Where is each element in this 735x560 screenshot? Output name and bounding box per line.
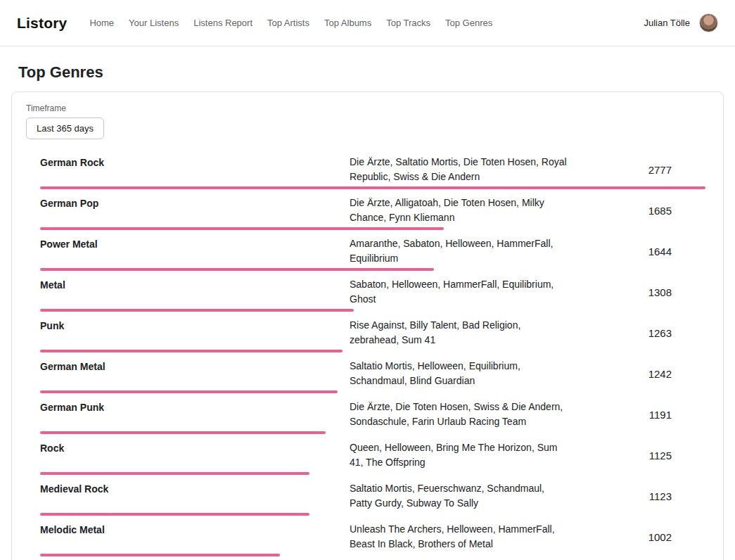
genre-name: Medieval Rock <box>40 481 350 497</box>
genre-count: 1308 <box>569 286 705 298</box>
genre-bar-track <box>40 554 705 556</box>
genre-count: 1242 <box>569 368 705 380</box>
genre-bar-fill <box>40 554 280 556</box>
genre-count: 1002 <box>569 531 705 543</box>
genre-bar-track <box>40 513 705 516</box>
genre-table: German Rock Die Ärzte, Saltatio Mortis, … <box>40 152 705 560</box>
genre-name: Power Metal <box>40 236 350 252</box>
genre-row: Melodic Metal Unleash The Archers, Hello… <box>40 519 705 560</box>
genre-row: Rock Queen, Helloween, Bring Me The Hori… <box>40 438 705 478</box>
genre-bar-track <box>40 350 705 352</box>
page-title: Top Genres <box>18 63 735 82</box>
nav-item-top-tracks[interactable]: Top Tracks <box>386 18 430 28</box>
genre-artists: Die Ärzte, Saltatio Mortis, Die Toten Ho… <box>350 155 569 184</box>
genre-artists: Amaranthe, Sabaton, Helloween, HammerFal… <box>350 236 569 266</box>
genre-name: Rock <box>40 440 350 456</box>
genre-bar-fill <box>40 309 354 312</box>
timeframe-label: Timeframe <box>26 103 705 113</box>
nav-item-top-artists[interactable]: Top Artists <box>267 18 309 28</box>
genre-count: 1191 <box>569 409 705 421</box>
genre-bar-fill <box>40 472 309 475</box>
genre-row: Medieval Rock Saltatio Mortis, Feuerschw… <box>40 478 705 519</box>
genre-name: Metal <box>40 277 350 293</box>
genre-bar-fill <box>40 268 434 271</box>
genre-row: Power Metal Amaranthe, Sabaton, Hellowee… <box>40 234 705 274</box>
genre-artists: Die Ärzte, Die Toten Hosen, Swiss & Die … <box>350 400 569 429</box>
top-navigation-bar: Listory Home Your Listens Listens Report… <box>0 0 735 46</box>
genre-row: German Rock Die Ärzte, Saltatio Mortis, … <box>40 152 705 193</box>
genre-count: 2777 <box>569 164 705 176</box>
genre-artists: Sabaton, Helloween, HammerFall, Equilibr… <box>350 277 569 307</box>
genre-bar-track <box>40 472 705 475</box>
genre-bar-fill <box>40 227 444 230</box>
genre-bar-fill <box>40 513 309 516</box>
genre-name: Punk <box>40 318 350 333</box>
genre-artists: Rise Against, Billy Talent, Bad Religion… <box>350 318 569 348</box>
nav-item-top-genres[interactable]: Top Genres <box>445 18 492 28</box>
nav-item-home[interactable]: Home <box>89 18 114 28</box>
nav-item-your-listens[interactable]: Your Listens <box>129 18 179 28</box>
genre-row: German Metal Saltatio Mortis, Helloween,… <box>40 356 705 397</box>
genre-bar-fill <box>40 431 326 434</box>
nav-item-listens-report[interactable]: Listens Report <box>193 18 253 28</box>
user-name[interactable]: Julian Tölle <box>644 18 690 28</box>
genre-name: German Rock <box>40 155 350 170</box>
genre-artists: Die Ärzte, Alligatoah, Die Toten Hosen, … <box>350 196 569 225</box>
genre-artists: Unleash The Archers, Helloween, HammerFa… <box>350 522 569 552</box>
genre-name: German Metal <box>40 359 350 374</box>
user-avatar[interactable] <box>699 13 718 32</box>
genre-bar-track <box>40 268 705 271</box>
genre-bar-fill <box>40 350 343 352</box>
genre-bar-track <box>40 227 705 230</box>
genre-artists: Saltatio Mortis, Helloween, Equilibrium,… <box>350 359 569 388</box>
timeframe-select[interactable]: Last 365 days <box>26 117 104 139</box>
genre-name: German Pop <box>40 196 350 211</box>
genre-bar-track <box>40 431 705 434</box>
genre-row: Punk Rise Against, Billy Talent, Bad Rel… <box>40 315 705 356</box>
user-menu[interactable]: Julian Tölle <box>644 13 718 32</box>
genre-bar-track <box>40 186 705 189</box>
top-genres-card: Timeframe Last 365 days German Rock Die … <box>11 91 724 560</box>
genre-bar-track <box>40 390 705 393</box>
main-nav: Home Your Listens Listens Report Top Art… <box>89 18 644 28</box>
genre-count: 1263 <box>569 327 705 339</box>
genre-count: 1125 <box>569 450 705 462</box>
genre-count: 1123 <box>569 490 705 502</box>
genre-row: German Punk Die Ärzte, Die Toten Hosen, … <box>40 397 705 438</box>
genre-row: Metal Sabaton, Helloween, HammerFall, Eq… <box>40 274 705 315</box>
genre-count: 1644 <box>569 246 705 257</box>
genre-bar-fill <box>40 186 705 189</box>
genre-bar-fill <box>40 390 338 393</box>
genre-name: German Punk <box>40 400 350 415</box>
genre-name: Melodic Metal <box>40 522 350 537</box>
nav-item-top-albums[interactable]: Top Albums <box>324 18 371 28</box>
genre-artists: Queen, Helloween, Bring Me The Horizon, … <box>350 440 569 470</box>
genre-bar-track <box>40 309 705 312</box>
genre-artists: Saltatio Mortis, Feuerschwanz, Schandmau… <box>350 481 569 511</box>
genre-row: German Pop Die Ärzte, Alligatoah, Die To… <box>40 193 705 234</box>
genre-count: 1685 <box>569 205 705 217</box>
app-logo[interactable]: Listory <box>17 15 67 32</box>
